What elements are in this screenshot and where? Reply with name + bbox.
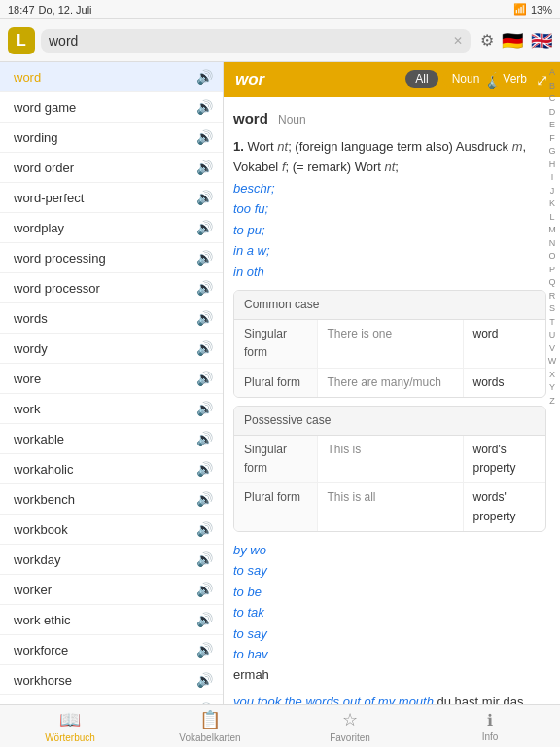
alpha-letter-x[interactable]: X — [549, 369, 555, 382]
alpha-letter-a[interactable]: A — [549, 66, 555, 80]
word-list-speaker-icon[interactable]: 🔊 — [196, 461, 213, 477]
alpha-letter-s[interactable]: S — [549, 302, 555, 316]
word-list-item[interactable]: wore🔊 — [0, 364, 223, 394]
word-list-speaker-icon[interactable]: 🔊 — [196, 250, 213, 266]
word-list-speaker-icon[interactable]: 🔊 — [196, 69, 213, 85]
tab-dictionary[interactable]: 📖 Wörterbuch — [0, 705, 140, 747]
alpha-letter-o[interactable]: O — [548, 250, 555, 264]
word-list-item[interactable]: word processor🔊 — [0, 273, 223, 303]
word-list-item-text: worker — [14, 583, 52, 597]
word-list-item[interactable]: worker🔊 — [0, 575, 223, 605]
word-list-item[interactable]: word order🔊 — [0, 153, 223, 183]
alphabet-sidebar: ABCDEFGHIJKLMNOPQRSTUVWXYZ — [544, 62, 560, 411]
alpha-letter-m[interactable]: M — [548, 224, 556, 237]
filter-pills: All Noun Verb — [405, 70, 537, 88]
app-logo[interactable]: L — [8, 27, 35, 54]
wifi-icon: 📶 — [513, 3, 527, 16]
word-list-speaker-icon[interactable]: 🔊 — [196, 160, 213, 175]
word-list-item[interactable]: words🔊 — [0, 303, 223, 334]
alpha-letter-i[interactable]: I — [551, 171, 554, 185]
battery-indicator: 13% — [531, 4, 552, 16]
clear-search-icon[interactable]: ✕ — [453, 34, 463, 48]
word-list-item[interactable]: wording🔊 — [0, 123, 223, 153]
alpha-letter-w[interactable]: W — [548, 355, 557, 369]
word-list-speaker-icon[interactable]: 🔊 — [196, 642, 213, 658]
word-list-item[interactable]: workbench🔊 — [0, 484, 223, 515]
alpha-letter-q[interactable]: Q — [548, 276, 555, 290]
favorites-tab-icon: ☆ — [342, 709, 358, 730]
word-list-speaker-icon[interactable]: 🔊 — [196, 702, 213, 704]
alpha-letter-j[interactable]: J — [550, 185, 555, 198]
word-list-item[interactable]: workable🔊 — [0, 424, 223, 454]
word-list-item[interactable]: word processing🔊 — [0, 243, 223, 273]
word-list-speaker-icon[interactable]: 🔊 — [196, 99, 213, 115]
word-list-item[interactable]: word-perfect🔊 — [0, 183, 223, 213]
word-list-speaker-icon[interactable]: 🔊 — [196, 220, 213, 235]
word-list-speaker-icon[interactable]: 🔊 — [196, 431, 213, 446]
word-list-speaker-icon[interactable]: 🔊 — [196, 582, 213, 597]
toolbar: L ✕ ⚙ 🇩🇪 🇬🇧 — [0, 19, 560, 62]
word-list-speaker-icon[interactable]: 🔊 — [196, 672, 213, 688]
word-list-item-text: workaholic — [14, 462, 73, 477]
alpha-letter-b[interactable]: B — [549, 80, 555, 93]
word-list-speaker-icon[interactable]: 🔊 — [196, 371, 213, 386]
flag2-icon[interactable]: 🇬🇧 — [531, 30, 552, 52]
word-list-item-text: word-perfect — [14, 191, 84, 205]
alpha-letter-p[interactable]: P — [549, 264, 555, 277]
alpha-letter-n[interactable]: N — [549, 237, 556, 251]
word-list-item[interactable]: wordplay🔊 — [0, 213, 223, 243]
filter-all[interactable]: All — [405, 70, 438, 88]
filter-verb[interactable]: Verb — [493, 70, 537, 88]
word-list-item[interactable]: workaholic🔊 — [0, 454, 223, 484]
word-list-item-text: word processing — [14, 251, 106, 266]
long-text-1: you took the words out of my mouth du ha… — [233, 692, 546, 704]
word-list-item[interactable]: work🔊 — [0, 394, 223, 424]
alpha-letter-t[interactable]: T — [549, 316, 555, 330]
word-list-speaker-icon[interactable]: 🔊 — [196, 340, 213, 356]
alpha-letter-v[interactable]: V — [549, 342, 555, 356]
word-list-item[interactable]: word🔊 — [0, 62, 223, 92]
word-list-speaker-icon[interactable]: 🔊 — [196, 551, 213, 567]
word-list-item[interactable]: work ethic🔊 — [0, 605, 223, 635]
word-list-item[interactable]: work in🔊 — [0, 695, 223, 704]
flag1-icon[interactable]: 🇩🇪 — [502, 30, 523, 52]
word-list-speaker-icon[interactable]: 🔊 — [196, 521, 213, 537]
filter-noun[interactable]: Noun — [442, 70, 490, 88]
alpha-letter-u[interactable]: U — [549, 329, 556, 342]
word-list-speaker-icon[interactable]: 🔊 — [196, 491, 213, 507]
word-list-item[interactable]: workday🔊 — [0, 545, 223, 575]
word-list-item-text: wore — [14, 372, 41, 386]
alpha-letter-c[interactable]: C — [549, 92, 556, 106]
word-list-item[interactable]: workbook🔊 — [0, 515, 223, 545]
alpha-letter-d[interactable]: D — [549, 106, 556, 120]
word-list-item[interactable]: workhorse🔊 — [0, 665, 223, 695]
word-list-item-text: workable — [14, 432, 64, 446]
alpha-letter-r[interactable]: R — [549, 290, 556, 303]
word-list-item[interactable]: wordy🔊 — [0, 334, 223, 364]
alpha-letter-z[interactable]: Z — [549, 395, 555, 409]
tab-favorites[interactable]: ☆ Favoriten — [280, 705, 420, 747]
alpha-letter-l[interactable]: L — [549, 211, 554, 225]
word-list-item-text: word order — [14, 160, 74, 175]
alpha-letter-e[interactable]: E — [549, 119, 555, 132]
alpha-letter-k[interactable]: K — [549, 197, 555, 211]
word-list-item[interactable]: word game🔊 — [0, 92, 223, 123]
settings-icon[interactable]: ⚙ — [480, 31, 494, 50]
word-list-speaker-icon[interactable]: 🔊 — [196, 280, 213, 296]
word-list-item[interactable]: workforce🔊 — [0, 635, 223, 665]
declension-row-singular: Singular form There is one word — [234, 320, 545, 368]
alpha-letter-h[interactable]: H — [549, 159, 556, 172]
declension-row-plural: Plural form There are many/much words — [234, 369, 545, 397]
word-list-speaker-icon[interactable]: 🔊 — [196, 401, 213, 416]
alpha-letter-g[interactable]: G — [548, 145, 555, 159]
word-list-speaker-icon[interactable]: 🔊 — [196, 190, 213, 205]
word-list-speaker-icon[interactable]: 🔊 — [196, 129, 213, 145]
tab-flashcards[interactable]: 📋 Vokabelkarten — [140, 705, 280, 747]
alpha-letter-f[interactable]: F — [549, 132, 555, 146]
search-input[interactable] — [49, 33, 449, 49]
alpha-letter-y[interactable]: Y — [549, 381, 555, 395]
tab-info[interactable]: ℹ Info — [420, 707, 560, 746]
word-list-speaker-icon[interactable]: 🔊 — [196, 612, 213, 627]
common-case-header: Common case — [234, 291, 545, 320]
word-list-speaker-icon[interactable]: 🔊 — [196, 310, 213, 326]
